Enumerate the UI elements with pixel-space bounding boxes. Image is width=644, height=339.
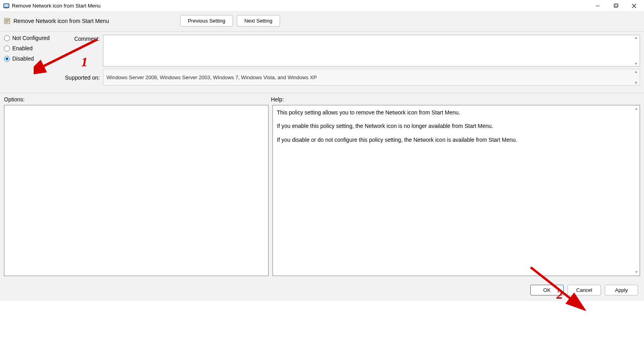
radio-disabled[interactable]: Disabled — [4, 55, 59, 62]
help-paragraph: This policy setting allows you to remove… — [277, 109, 636, 116]
supported-on-value-box: Windows Server 2008, Windows Server 2003… — [103, 69, 640, 86]
comment-textarea[interactable]: ▲ ▼ — [103, 35, 640, 67]
svg-rect-1 — [4, 4, 9, 7]
radio-label: Disabled — [12, 55, 34, 62]
help-paragraph: If you enable this policy setting, the N… — [277, 122, 636, 130]
options-label: Options: — [4, 96, 271, 103]
comment-label: Comment: — [59, 35, 103, 42]
help-paragraph: If you disable or do not configure this … — [277, 136, 636, 144]
help-label: Help: — [271, 96, 640, 103]
svg-rect-10 — [5, 21, 9, 21]
chevron-down-icon: ▼ — [633, 62, 639, 65]
policy-name: Remove Network icon from Start Menu — [13, 18, 109, 24]
scroll-spinner[interactable]: ▲ ▼ — [633, 70, 639, 84]
panel-labels: Options: Help: — [0, 93, 644, 105]
supported-on-label: Supported on: — [59, 74, 103, 81]
config-area: Not Configured Enabled Disabled Comment:… — [0, 32, 644, 93]
chevron-up-icon: ▲ — [633, 36, 639, 39]
options-panel — [4, 105, 269, 276]
radio-enabled[interactable]: Enabled — [4, 45, 59, 51]
window-titlebar: Remove Network icon from Start Menu — [0, 0, 644, 12]
supported-on-value: Windows Server 2008, Windows Server 2003… — [107, 74, 317, 80]
next-setting-button[interactable]: Next Setting — [237, 15, 280, 27]
scroll-spinner[interactable]: ▲ ▼ — [633, 36, 639, 65]
policy-header: Remove Network icon from Start Menu Prev… — [0, 12, 644, 32]
panels-row: This policy setting allows you to remove… — [0, 105, 644, 280]
close-button[interactable] — [625, 0, 643, 11]
chevron-up-icon: ▲ — [633, 70, 639, 73]
scrollbar[interactable]: ▲ ▼ — [633, 105, 640, 276]
maximize-button[interactable] — [607, 0, 625, 11]
minimize-button[interactable] — [589, 0, 607, 11]
chevron-up-icon: ▲ — [633, 105, 640, 112]
app-icon — [3, 3, 10, 9]
previous-setting-button[interactable]: Previous Setting — [180, 15, 233, 27]
state-radio-group: Not Configured Enabled Disabled — [4, 35, 59, 62]
radio-not-configured[interactable]: Not Configured — [4, 35, 59, 41]
ok-button[interactable]: OK — [530, 285, 564, 295]
window-title: Remove Network icon from Start Menu — [12, 3, 589, 9]
radio-icon — [4, 56, 10, 62]
svg-rect-9 — [5, 19, 9, 20]
policy-icon — [4, 18, 10, 24]
window-controls — [589, 0, 643, 11]
radio-icon — [4, 35, 10, 41]
chevron-down-icon: ▼ — [633, 269, 640, 276]
radio-label: Enabled — [12, 45, 32, 51]
svg-rect-2 — [6, 8, 7, 9]
apply-button[interactable]: Apply — [605, 285, 638, 295]
radio-icon — [4, 46, 10, 51]
svg-rect-11 — [5, 22, 8, 22]
radio-label: Not Configured — [12, 35, 50, 41]
chevron-down-icon: ▼ — [633, 81, 639, 84]
dialog-footer: OK Cancel Apply — [0, 280, 644, 301]
help-panel: This policy setting allows you to remove… — [272, 105, 640, 276]
cancel-button[interactable]: Cancel — [568, 285, 601, 295]
